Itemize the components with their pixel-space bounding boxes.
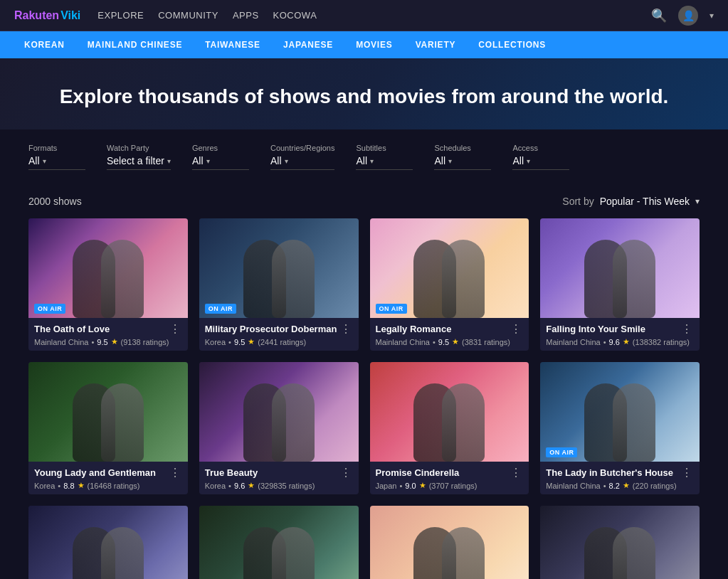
filter-select-formats[interactable]: All▾: [28, 155, 85, 170]
show-dot-promise-cinderella: •: [399, 482, 402, 490]
filter-group-genres: GenresAll▾: [192, 144, 249, 170]
brand-logo[interactable]: Rakuten Viki: [14, 9, 80, 22]
filter-group-subtitles: SubtitlesAll▾: [356, 144, 413, 170]
show-star-young-lady-gentleman: ★: [78, 481, 85, 490]
show-title-row-falling-into-your-smile: Falling Into Your Smile⋮: [546, 324, 694, 336]
filter-select-subtitles[interactable]: All▾: [356, 155, 413, 170]
filter-select-access[interactable]: All▾: [512, 155, 569, 170]
filter-value-countries: All: [270, 155, 282, 166]
filter-select-genres[interactable]: All▾: [192, 155, 249, 170]
show-origin-lady-butchers-house: Mainland China: [546, 482, 600, 490]
brand-rakuten: Rakuten: [14, 9, 59, 22]
filter-group-formats: FormatsAll▾: [28, 144, 85, 170]
show-card-oath-of-love[interactable]: ON AIRThe Oath of Love⋮Mainland China•9.…: [28, 218, 188, 351]
filter-select-schedules[interactable]: All▾: [434, 155, 491, 170]
show-thumbnail-why-women-love: [370, 506, 529, 579]
sort-by-label: Sort by: [562, 196, 594, 207]
show-dot-young-lady-gentleman: •: [58, 482, 60, 490]
show-more-btn-military-prosecutor[interactable]: ⋮: [339, 324, 353, 335]
filter-value-subtitles: All: [356, 155, 367, 166]
show-title-military-prosecutor: Military Prosecutor Doberman: [205, 324, 339, 336]
show-ratings-count-young-lady-gentleman: (16468 ratings): [88, 482, 140, 490]
brand-viki: Viki: [60, 9, 80, 22]
show-thumbnail-promise-cinderella: [370, 362, 529, 462]
show-info-lady-butchers-house: ON AIRThe Lady in Butcher's House⋮Mainla…: [540, 462, 700, 494]
show-more-btn-true-beauty[interactable]: ⋮: [339, 467, 353, 479]
genre-tab-mainland-chinese[interactable]: MAINLAND CHINESE: [78, 34, 192, 55]
nav-link-community[interactable]: COMMUNITY: [158, 10, 218, 21]
show-title-young-lady-gentleman: Young Lady and Gentleman: [34, 467, 168, 479]
show-card-true-beauty[interactable]: True Beauty⋮Korea•9.6★(329835 ratings): [199, 362, 359, 494]
filter-value-watch-party: Select a filter: [107, 155, 164, 166]
show-title-lady-butchers-house: The Lady in Butcher's House: [546, 467, 680, 479]
show-card-lady-butchers-house[interactable]: ON AIRThe Lady in Butcher's House⋮Mainla…: [540, 362, 700, 494]
show-thumbnail-young-lady-gentleman: [28, 362, 188, 462]
show-more-btn-lady-butchers-house[interactable]: ⋮: [680, 467, 694, 479]
show-rating-true-beauty: 9.6: [234, 482, 245, 490]
show-more-btn-young-lady-gentleman[interactable]: ⋮: [168, 467, 182, 479]
genre-tab-collections[interactable]: COLLECTIONS: [468, 34, 556, 55]
show-meta-oath-of-love: Mainland China•9.5★(9138 ratings): [34, 337, 182, 346]
filter-group-watch-party: Watch PartySelect a filter▾: [107, 144, 171, 170]
hero-section: Explore thousands of shows and movies fr…: [0, 58, 728, 129]
show-badges-military-prosecutor: ON AIR: [205, 304, 236, 314]
show-card-second-husband[interactable]: ON AIRThe Second Husband⋮Korea•8.3★(3702…: [540, 506, 700, 579]
show-origin-legally-romance: Mainland China: [376, 338, 430, 346]
show-star-falling-into-your-smile: ★: [623, 337, 630, 346]
show-card-why-women-love[interactable]: ON AIRWhy Women Love⋮Mainland China•9.5★…: [370, 506, 529, 579]
filter-select-countries[interactable]: All▾: [270, 155, 335, 170]
show-ratings-count-promise-cinderella: (3707 ratings): [429, 482, 478, 490]
show-title-falling-into-your-smile: Falling Into Your Smile: [546, 324, 680, 336]
genre-tab-korean[interactable]: KOREAN: [14, 34, 75, 55]
genre-tab-japanese[interactable]: JAPANESE: [273, 34, 343, 55]
filter-arrow-formats: ▾: [43, 157, 46, 165]
show-more-btn-falling-into-your-smile[interactable]: ⋮: [680, 324, 694, 335]
filter-arrow-schedules: ▾: [448, 157, 452, 165]
show-meta-lady-butchers-house: Mainland China•8.2★(220 ratings): [546, 481, 694, 490]
show-title-row-legally-romance: Legally Romance⋮: [376, 324, 524, 336]
genre-tab-movies[interactable]: MOVIES: [346, 34, 402, 55]
sort-by-dropdown[interactable]: Sort by Popular - This Week ▾: [562, 196, 700, 207]
show-more-btn-oath-of-love[interactable]: ⋮: [168, 324, 182, 335]
show-title-row-lady-butchers-house: The Lady in Butcher's House⋮: [546, 467, 694, 479]
user-avatar[interactable]: 👤: [678, 6, 698, 26]
show-origin-true-beauty: Korea: [205, 482, 226, 490]
show-thumbnail-military-prosecutor: [199, 218, 359, 318]
show-card-promise-cinderella[interactable]: Promise Cinderella⋮Japan•9.0★(3707 ratin…: [370, 362, 529, 494]
filter-arrow-access: ▾: [527, 157, 530, 165]
show-card-falling-into-your-smile[interactable]: Falling Into Your Smile⋮Mainland China•9…: [540, 218, 700, 351]
show-thumbnail-legally-romance: [370, 218, 529, 318]
show-ratings-count-lady-butchers-house: (220 ratings): [633, 482, 677, 490]
show-meta-promise-cinderella: Japan•9.0★(3707 ratings): [376, 481, 524, 490]
show-card-cherry-blossoms-after-winter[interactable]: A VIKI ORIGINALON AIRCherry Blossoms Aft…: [199, 506, 359, 579]
show-more-btn-promise-cinderella[interactable]: ⋮: [509, 467, 523, 479]
search-button[interactable]: 🔍: [651, 8, 667, 23]
on-air-badge-oath-of-love: ON AIR: [34, 304, 65, 314]
show-title-true-beauty: True Beauty: [205, 467, 339, 479]
on-air-badge-legally-romance: ON AIR: [376, 304, 407, 314]
show-card-military-prosecutor[interactable]: ON AIRMilitary Prosecutor Doberman⋮Korea…: [199, 218, 359, 351]
nav-link-apps[interactable]: APPS: [233, 10, 259, 21]
show-thumbnail-falling-into-your-smile: [540, 218, 700, 318]
show-title-row-military-prosecutor: Military Prosecutor Doberman⋮: [205, 324, 353, 336]
user-dropdown-arrow[interactable]: ▾: [709, 11, 714, 21]
show-title-row-oath-of-love: The Oath of Love⋮: [34, 324, 182, 336]
genre-tab-taiwanese[interactable]: TAIWANESE: [195, 34, 270, 55]
show-star-military-prosecutor: ★: [248, 337, 255, 346]
show-card-young-lady-gentleman[interactable]: Young Lady and Gentleman⋮Korea•8.8★(1646…: [28, 362, 188, 494]
filter-select-watch-party[interactable]: Select a filter▾: [107, 155, 171, 170]
show-card-legally-romance[interactable]: ON AIRLegally Romance⋮Mainland China•9.5…: [370, 218, 529, 351]
show-origin-military-prosecutor: Korea: [205, 338, 226, 346]
show-more-btn-legally-romance[interactable]: ⋮: [509, 324, 523, 335]
show-title-promise-cinderella: Promise Cinderella: [376, 467, 510, 479]
sort-dropdown-arrow[interactable]: ▾: [695, 196, 700, 206]
nav-link-kocowa[interactable]: KOCOWA: [273, 10, 317, 21]
genre-tab-variety[interactable]: VARIETY: [406, 34, 466, 55]
show-origin-promise-cinderella: Japan: [376, 482, 397, 490]
filter-label-schedules: Schedules: [434, 144, 491, 152]
nav-link-explore[interactable]: EXPLORE: [97, 10, 144, 21]
shows-grid: ON AIRThe Oath of Love⋮Mainland China•9.…: [28, 218, 700, 579]
show-card-whats-wrong-secretary-kim[interactable]: What's Wrong With Secretary Kim⋮Korea•9.…: [28, 506, 188, 579]
show-title-legally-romance: Legally Romance: [376, 324, 510, 336]
show-dot-military-prosecutor: •: [228, 338, 231, 346]
